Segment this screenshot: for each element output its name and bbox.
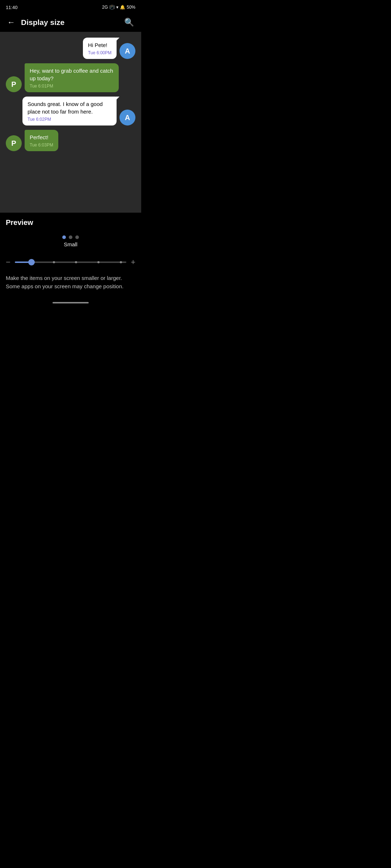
- home-bar-line: [52, 302, 89, 303]
- search-button[interactable]: 🔍: [121, 15, 137, 30]
- message-row-2: P Hey, want to grab coffee and catch up …: [6, 63, 135, 92]
- bubble-4: Perfect! Tue 6:03PM: [25, 130, 58, 151]
- status-icons: 2G 📳 ▾ 🔔 50%: [102, 5, 135, 10]
- size-label: Small: [64, 241, 77, 247]
- page-title: Display size: [21, 18, 121, 27]
- dots-section: Small: [0, 230, 141, 255]
- slider-tick-2: [53, 261, 55, 263]
- bubble-1: Hi Pete! Tue 6:00PM: [83, 38, 117, 59]
- description-section: Make the items on your screen smaller or…: [0, 273, 141, 299]
- avatar-4: P: [6, 135, 22, 151]
- dots-row: [62, 235, 79, 239]
- message-row-4: P Perfect! Tue 6:03PM: [6, 130, 135, 151]
- bubble-3: Sounds great. I know of a good place not…: [22, 97, 117, 125]
- slider-thumb[interactable]: [28, 259, 35, 265]
- status-time: 11:40: [6, 5, 18, 10]
- notification-icon: 🔔: [120, 5, 125, 10]
- bubble-2: Hey, want to grab coffee and catch up to…: [25, 63, 119, 92]
- slider-decrease-button[interactable]: −: [6, 258, 10, 267]
- bubble-time-4: Tue 6:03PM: [30, 142, 53, 148]
- preview-chat-area: Hi Pete! Tue 6:00PM A P Hey, want to gra…: [0, 32, 141, 213]
- dot-1: [62, 235, 66, 239]
- message-row-1: Hi Pete! Tue 6:00PM A: [6, 38, 135, 59]
- avatar-3: A: [119, 110, 135, 125]
- slider-tick-5: [120, 261, 122, 263]
- preview-label: Preview: [6, 218, 33, 226]
- bubble-time-2: Tue 6:01PM: [30, 84, 114, 89]
- slider-tick-3: [75, 261, 77, 263]
- slider-increase-button[interactable]: +: [131, 258, 135, 267]
- bubble-text-4: Perfect!: [30, 133, 53, 141]
- avatar-2: P: [6, 76, 22, 92]
- top-bar: ← Display size 🔍: [0, 13, 141, 32]
- bubble-text-2: Hey, want to grab coffee and catch up to…: [30, 67, 114, 82]
- preview-label-section: Preview: [0, 213, 141, 230]
- avatar-1: A: [119, 43, 135, 59]
- vibrate-icon: 📳: [109, 5, 115, 10]
- slider-section: − +: [0, 255, 141, 273]
- description-text: Make the items on your screen smaller or…: [6, 274, 135, 290]
- dot-3: [75, 235, 79, 239]
- network-icon: 2G: [102, 5, 108, 10]
- bubble-text-1: Hi Pete!: [88, 41, 112, 49]
- slider-track[interactable]: [15, 261, 126, 263]
- slider-tick-4: [97, 261, 100, 263]
- message-row-3: Sounds great. I know of a good place not…: [6, 97, 135, 125]
- status-bar: 11:40 2G 📳 ▾ 🔔 50%: [0, 0, 141, 13]
- battery-icon: 50%: [127, 5, 135, 10]
- bubble-time-3: Tue 6:02PM: [28, 117, 112, 122]
- home-bar: [0, 299, 141, 305]
- back-button[interactable]: ←: [4, 15, 18, 30]
- dot-2: [69, 235, 72, 239]
- bubble-time-1: Tue 6:00PM: [88, 50, 112, 55]
- wifi-icon: ▾: [116, 5, 118, 10]
- bubble-text-3: Sounds great. I know of a good place not…: [28, 100, 112, 115]
